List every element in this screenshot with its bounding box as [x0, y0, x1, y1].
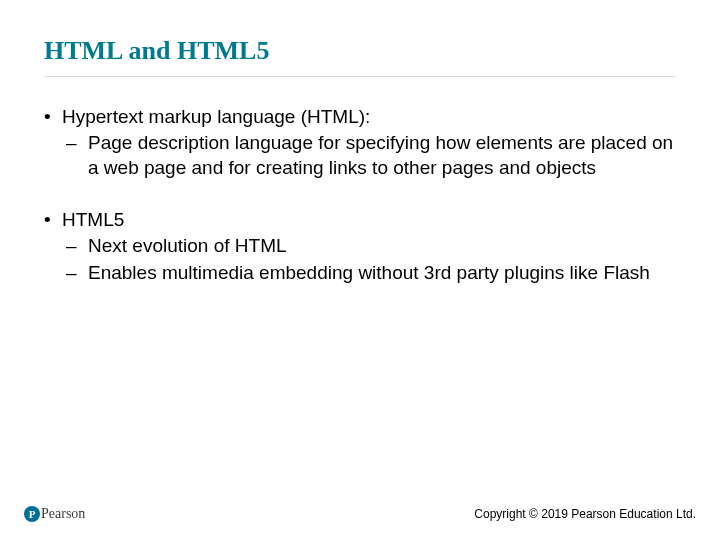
sub-bullet-item: Next evolution of HTML — [88, 234, 676, 258]
pearson-logo-text: Pearson — [41, 506, 85, 522]
slide-title: HTML and HTML5 — [44, 36, 676, 77]
bullet-item: HTML5 Next evolution of HTML Enables mul… — [62, 208, 676, 285]
bullet-text: Hypertext markup language (HTML): — [62, 106, 370, 127]
sub-bullet-text: Next evolution of HTML — [88, 235, 287, 256]
copyright-text: Copyright © 2019 Pearson Education Ltd. — [474, 507, 696, 521]
pearson-logo-icon: P — [24, 506, 40, 522]
footer: P Pearson Copyright © 2019 Pearson Educa… — [0, 506, 720, 522]
sub-bullet-item: Enables multimedia embedding without 3rd… — [88, 261, 676, 285]
sub-bullet-item: Page description language for specifying… — [88, 131, 676, 180]
sub-bullet-text: Enables multimedia embedding without 3rd… — [88, 262, 650, 283]
slide-content: Hypertext markup language (HTML): Page d… — [44, 105, 676, 285]
bullet-text: HTML5 — [62, 209, 124, 230]
sub-bullet-text: Page description language for specifying… — [88, 132, 673, 177]
slide: HTML and HTML5 Hypertext markup language… — [0, 0, 720, 540]
pearson-logo: P Pearson — [24, 506, 85, 522]
bullet-item: Hypertext markup language (HTML): Page d… — [62, 105, 676, 180]
